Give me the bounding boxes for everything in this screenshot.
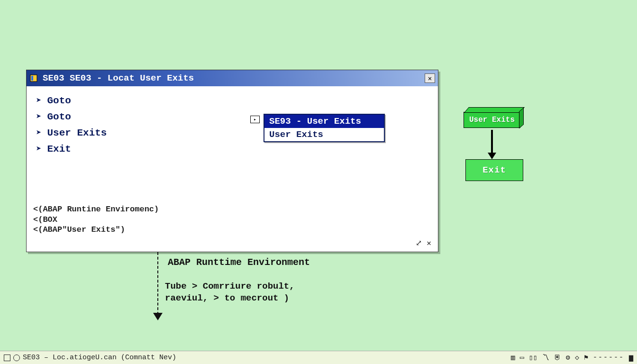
annotation-title: ABAP Runttime Environment (168, 257, 310, 268)
layout-icon[interactable]: ▥ (511, 353, 515, 362)
window-title: SE03 SE03 - Locat User Exits (43, 73, 194, 83)
battery-icon[interactable]: ▆ (629, 353, 633, 362)
chevron-right-icon: ➤ (36, 143, 41, 155)
menu-label: User Exits (47, 127, 107, 138)
close-icon[interactable]: ✕ (427, 238, 431, 248)
dropdown: ▸ SE93 - User Exits User Exits (264, 114, 385, 142)
chevron-right-icon: ➤ (36, 95, 41, 106)
window-body: ➤ Goto ➤ Goto ➤ User Exits ➤ Exit ▸ SE93… (27, 86, 438, 252)
window-footer-icons: ⤢ ✕ (416, 238, 431, 248)
dropdown-option[interactable]: User Exits (264, 128, 384, 141)
menu-label: Exit (47, 144, 71, 155)
svg-rect-1 (31, 76, 33, 81)
close-button[interactable]: ✕ (425, 73, 435, 83)
flag-icon[interactable]: ⚑ (584, 353, 588, 362)
taskbar-separator: ------ (593, 354, 624, 362)
shield-icon[interactable]: ⛨ (554, 354, 561, 362)
code-line: <(BOX (33, 215, 159, 225)
code-line: <(ABAP"User Exits") (33, 225, 159, 235)
menu-label: Goto (47, 95, 71, 106)
resize-icon[interactable]: ⤢ (416, 238, 422, 248)
taskbar-square-icon[interactable] (4, 355, 10, 361)
diagram-box-user-exits: User Exits (464, 112, 520, 128)
dropdown-trigger[interactable]: ▸ (250, 116, 260, 123)
menu-item-exit[interactable]: ➤ Exit (36, 143, 428, 155)
diagram-box-exit: Exit (465, 159, 523, 181)
gear-icon[interactable]: ⚙ (566, 353, 570, 362)
app-icon (29, 74, 38, 82)
code-line: <(ABAP Runtine Enviromenc) (33, 204, 159, 214)
code-block: <(ABAP Runtine Enviromenc) <(BOX <(ABAP"… (33, 204, 159, 235)
dropdown-list: SE93 - User Exits User Exits (264, 114, 385, 142)
taskbar: SE03 – Loc.atiogeU.can (Comnatt Nev) ▥ ▭… (0, 351, 637, 364)
diamond-icon[interactable]: ◇ (575, 353, 579, 362)
chevron-right-icon: ➤ (36, 127, 41, 138)
diagram: User Exits Exit (464, 112, 520, 128)
taskbar-circle-icon[interactable] (13, 355, 20, 361)
screens-icon[interactable]: ▯▯ (529, 353, 537, 362)
arrow-down-icon (153, 313, 163, 320)
window-icon[interactable]: ▭ (520, 353, 524, 362)
arrow-down-icon (491, 130, 493, 155)
annotation-body: Tube > Comrriure robult, raeviul, > to m… (165, 281, 336, 304)
taskbar-title: SE03 – Loc.atiogeU.can (Comnatt Nev) (23, 354, 176, 362)
taskbar-right: ▥ ▭ ▯▯ 〽 ⛨ ⚙ ◇ ⚑ ------ ▆ (511, 353, 633, 362)
annotation-line (157, 252, 158, 315)
titlebar[interactable]: SE03 SE03 - Locat User Exits ✕ (27, 70, 438, 86)
menu-item-goto[interactable]: ➤ Goto (36, 95, 428, 106)
menu-label: Goto (47, 111, 71, 122)
chart-icon[interactable]: 〽 (542, 354, 549, 362)
chevron-right-icon: ➤ (36, 111, 41, 122)
dropdown-option[interactable]: SE93 - User Exits (264, 115, 384, 128)
sap-window: SE03 SE03 - Locat User Exits ✕ ➤ Goto ➤ … (26, 70, 438, 252)
taskbar-left: SE03 – Loc.atiogeU.can (Comnatt Nev) (4, 354, 176, 362)
diagram-box-label: User Exits (464, 112, 520, 128)
